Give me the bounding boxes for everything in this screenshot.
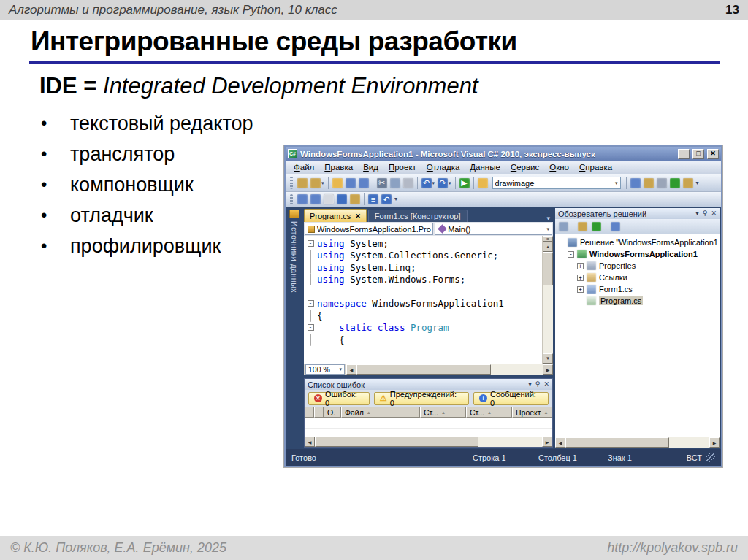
scroll-thumb[interactable] bbox=[315, 437, 478, 447]
horizontal-scrollbar[interactable]: ◀ ▶ bbox=[555, 437, 720, 448]
data-sources-icon[interactable] bbox=[297, 193, 308, 205]
open-file-icon[interactable] bbox=[332, 177, 343, 189]
filter-errors-button[interactable]: ✕Ошибок: 0 bbox=[308, 392, 370, 405]
package-icon[interactable] bbox=[477, 177, 489, 189]
toolbar-grip[interactable] bbox=[290, 194, 293, 204]
scroll-track[interactable] bbox=[565, 437, 709, 448]
pin-icon[interactable]: ⚲ bbox=[535, 381, 541, 388]
column-header[interactable]: Ст...▲ bbox=[420, 407, 466, 418]
code-area[interactable]: -using System;using System.Collections.G… bbox=[304, 236, 542, 364]
filter-warnings-button[interactable]: ⚠Предупреждений: 0 bbox=[374, 392, 469, 405]
menu-item[interactable]: Вид bbox=[358, 163, 383, 172]
scroll-right-icon[interactable]: ▶ bbox=[709, 437, 720, 448]
select-pointer-icon[interactable] bbox=[323, 193, 335, 205]
tree-item[interactable]: +Properties bbox=[557, 260, 718, 272]
tab-close-icon[interactable]: ✕ bbox=[355, 212, 361, 220]
zoom-dropdown[interactable]: 100 % ▾ bbox=[305, 364, 345, 375]
menu-item[interactable]: Проект bbox=[383, 163, 421, 172]
align-icon[interactable]: ≡ bbox=[367, 193, 379, 205]
toolbar-overflow-icon[interactable]: ▾ bbox=[394, 198, 397, 201]
minimize-button[interactable]: _ bbox=[678, 149, 690, 159]
tree-item[interactable]: +Form1.cs bbox=[557, 283, 718, 295]
resize-grip[interactable] bbox=[706, 453, 715, 462]
indent-icon[interactable]: ↶ bbox=[381, 193, 392, 205]
add-new-item-icon[interactable]: ▾ bbox=[310, 177, 325, 189]
properties-pages-icon[interactable] bbox=[349, 193, 361, 205]
pin-icon[interactable]: ⚲ bbox=[703, 210, 708, 217]
document-list-icon[interactable]: ▾ bbox=[543, 215, 553, 222]
add-form-icon[interactable] bbox=[682, 177, 694, 189]
members-dropdown[interactable]: Main() ▾ bbox=[435, 223, 552, 235]
view-code-icon[interactable] bbox=[609, 220, 622, 233]
properties-icon[interactable] bbox=[557, 220, 570, 233]
tree-item[interactable]: -WindowsFormsApplication1 bbox=[557, 248, 718, 260]
save-all-icon[interactable] bbox=[358, 177, 370, 189]
scroll-right-icon[interactable]: ▶ bbox=[542, 437, 552, 447]
scroll-left-icon[interactable]: ◀ bbox=[346, 364, 356, 375]
column-header[interactable]: Проект▲ bbox=[512, 407, 552, 418]
expand-icon[interactable]: + bbox=[577, 263, 584, 269]
scroll-track[interactable] bbox=[356, 364, 543, 375]
vertical-scrollbar[interactable]: = ▲ ▼ bbox=[542, 236, 553, 364]
paste-icon[interactable] bbox=[402, 177, 414, 189]
expand-icon[interactable]: + bbox=[577, 286, 584, 293]
site-url[interactable]: http://kpolyakov.spb.ru bbox=[607, 540, 738, 556]
show-all-files-icon[interactable] bbox=[576, 220, 589, 233]
scroll-thumb[interactable] bbox=[565, 437, 669, 448]
collapse-region-icon[interactable]: - bbox=[308, 324, 314, 331]
menu-item[interactable]: Правка bbox=[319, 163, 358, 172]
tree-item[interactable]: Program.cs bbox=[557, 295, 718, 307]
redo-icon[interactable]: ↷▾ bbox=[437, 177, 452, 189]
scroll-down-icon[interactable]: ▼ bbox=[543, 353, 553, 364]
search-combo[interactable]: drawimage▾ bbox=[492, 177, 621, 189]
column-header[interactable]: О. bbox=[324, 407, 341, 418]
save-icon[interactable] bbox=[345, 177, 356, 189]
error-grid[interactable] bbox=[305, 418, 552, 437]
window-menu-icon[interactable]: ▾ bbox=[528, 381, 532, 388]
scroll-thumb[interactable] bbox=[356, 364, 491, 375]
scroll-left-icon[interactable]: ◀ bbox=[555, 437, 565, 448]
maximize-button[interactable]: □ bbox=[692, 149, 704, 159]
menu-item[interactable]: Сервис bbox=[505, 163, 544, 172]
rename-icon[interactable] bbox=[336, 193, 348, 205]
collapse-icon[interactable]: - bbox=[568, 251, 574, 258]
column-header[interactable]: Ст...▲ bbox=[466, 407, 512, 418]
window-menu-icon[interactable]: ▾ bbox=[695, 210, 699, 217]
toolbar-grip[interactable] bbox=[290, 177, 293, 188]
collapse-region-icon[interactable]: - bbox=[308, 300, 314, 307]
close-button[interactable]: ✕ bbox=[707, 149, 719, 159]
menu-item[interactable]: Отладка bbox=[421, 163, 465, 172]
split-handle-icon[interactable]: = bbox=[543, 236, 553, 242]
tab-program-cs[interactable]: Program.cs ✕ bbox=[304, 209, 367, 222]
close-icon[interactable]: ✕ bbox=[543, 381, 549, 388]
properties-window-icon[interactable] bbox=[643, 177, 654, 189]
scroll-track[interactable] bbox=[543, 252, 553, 353]
copy-icon[interactable] bbox=[389, 177, 401, 189]
data-sources-tab[interactable]: Источники данных bbox=[290, 221, 299, 293]
scroll-right-icon[interactable]: ▶ bbox=[543, 364, 553, 375]
filter-infos-button[interactable]: iСообщений: 0 bbox=[473, 392, 549, 405]
close-icon[interactable]: ✕ bbox=[711, 210, 717, 217]
menu-item[interactable]: Данные bbox=[465, 163, 505, 172]
toolbar-overflow-icon[interactable]: ▾ bbox=[696, 182, 699, 185]
scroll-track[interactable] bbox=[315, 437, 542, 447]
new-project-icon[interactable] bbox=[297, 177, 308, 189]
scroll-thumb[interactable] bbox=[543, 252, 553, 285]
start-debug-icon[interactable]: ▶ bbox=[459, 177, 470, 189]
menu-item[interactable]: Справка bbox=[574, 163, 617, 172]
types-dropdown[interactable]: WindowsFormsApplication1.Pro ▾ bbox=[305, 223, 433, 235]
solution-explorer-header[interactable]: Обозреватель решений ▾ ⚲ ✕ bbox=[555, 208, 720, 219]
export-icon[interactable] bbox=[669, 177, 681, 189]
tree-item[interactable]: Решение "WindowsFormsApplication1" (про bbox=[557, 237, 718, 248]
options-icon[interactable] bbox=[656, 177, 668, 189]
menu-item[interactable]: Окно bbox=[544, 163, 574, 172]
sync-data-icon[interactable] bbox=[310, 193, 321, 205]
column-header[interactable] bbox=[314, 407, 324, 418]
scroll-left-icon[interactable]: ◀ bbox=[305, 437, 315, 447]
scroll-up-icon[interactable]: ▲ bbox=[543, 242, 553, 252]
error-list-header[interactable]: Список ошибок ▾ ⚲ ✕ bbox=[305, 379, 552, 390]
horizontal-scrollbar[interactable]: ◀ ▶ bbox=[305, 437, 552, 447]
cut-icon[interactable]: ✂ bbox=[376, 177, 388, 189]
column-header[interactable] bbox=[305, 407, 314, 418]
collapse-region-icon[interactable]: - bbox=[308, 240, 314, 247]
